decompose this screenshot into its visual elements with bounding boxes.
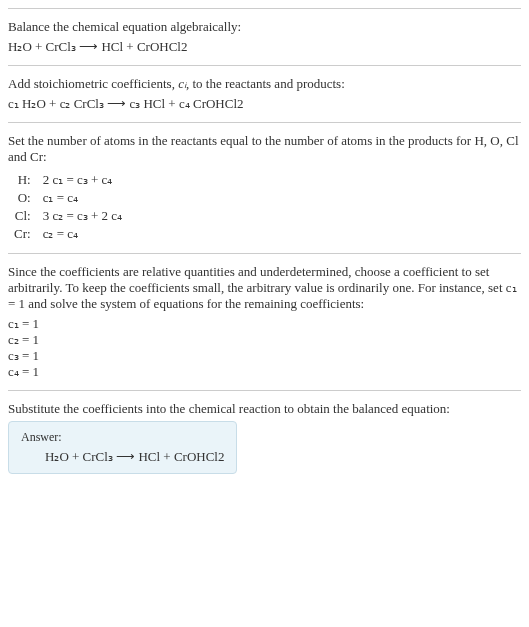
- stoich-title: Add stoichiometric coefficients, cᵢ, to …: [8, 76, 521, 92]
- stoich-title-b: , to the reactants and products:: [186, 76, 345, 91]
- section-atom-balance: Set the number of atoms in the reactants…: [8, 122, 521, 253]
- element-label: Cl:: [8, 207, 37, 225]
- element-equation: 3 c₂ = c₃ + 2 c₄: [37, 207, 128, 225]
- answer-label: Answer:: [21, 430, 224, 445]
- stoich-ci: cᵢ: [178, 76, 186, 91]
- problem-equation: H₂O + CrCl₃ ⟶ HCl + CrOHCl2: [8, 39, 521, 55]
- element-label: Cr:: [8, 225, 37, 243]
- table-row: Cl: 3 c₂ = c₃ + 2 c₄: [8, 207, 128, 225]
- section-problem: Balance the chemical equation algebraica…: [8, 8, 521, 65]
- element-label: H:: [8, 171, 37, 189]
- section-answer: Substitute the coefficients into the che…: [8, 390, 521, 484]
- stoich-equation: c₁ H₂O + c₂ CrCl₃ ⟶ c₃ HCl + c₄ CrOHCl2: [8, 96, 521, 112]
- problem-title: Balance the chemical equation algebraica…: [8, 19, 521, 35]
- element-equation: c₂ = c₄: [37, 225, 128, 243]
- coefficient-value: c₄ = 1: [8, 364, 521, 380]
- atom-balance-table: H: 2 c₁ = c₃ + c₄ O: c₁ = c₄ Cl: 3 c₂ = …: [8, 171, 128, 243]
- table-row: Cr: c₂ = c₄: [8, 225, 128, 243]
- answer-box: Answer: H₂O + CrCl₃ ⟶ HCl + CrOHCl2: [8, 421, 237, 474]
- stoich-title-a: Add stoichiometric coefficients,: [8, 76, 178, 91]
- answer-title: Substitute the coefficients into the che…: [8, 401, 521, 417]
- section-stoichiometric: Add stoichiometric coefficients, cᵢ, to …: [8, 65, 521, 122]
- answer-equation: H₂O + CrCl₃ ⟶ HCl + CrOHCl2: [21, 449, 224, 465]
- coefficient-value: c₁ = 1: [8, 316, 521, 332]
- section-solve: Since the coefficients are relative quan…: [8, 253, 521, 390]
- atom-balance-title: Set the number of atoms in the reactants…: [8, 133, 521, 165]
- table-row: H: 2 c₁ = c₃ + c₄: [8, 171, 128, 189]
- element-equation: 2 c₁ = c₃ + c₄: [37, 171, 128, 189]
- table-row: O: c₁ = c₄: [8, 189, 128, 207]
- coefficient-value: c₂ = 1: [8, 332, 521, 348]
- coefficient-value: c₃ = 1: [8, 348, 521, 364]
- element-equation: c₁ = c₄: [37, 189, 128, 207]
- solve-title: Since the coefficients are relative quan…: [8, 264, 521, 312]
- element-label: O:: [8, 189, 37, 207]
